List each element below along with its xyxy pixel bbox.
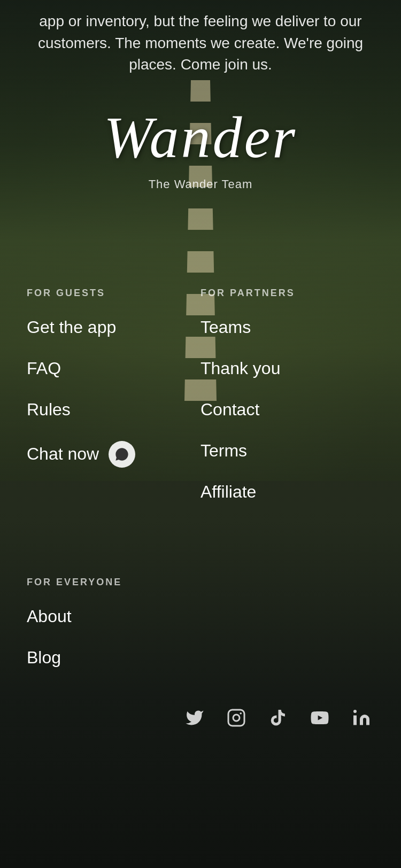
logo-subtitle: The Wander Team <box>149 177 253 191</box>
youtube-icon[interactable] <box>307 705 333 731</box>
tiktok-icon[interactable] <box>265 705 291 731</box>
svg-point-2 <box>240 712 242 715</box>
intro-text: app or inventory, but the feeling we del… <box>0 0 401 97</box>
rules-link[interactable]: Rules <box>27 400 200 420</box>
svg-point-1 <box>233 715 240 721</box>
svg-rect-0 <box>228 710 244 726</box>
svg-point-4 <box>353 710 357 713</box>
thank-you-link[interactable]: Thank you <box>200 359 374 378</box>
affiliate-link[interactable]: Affiliate <box>200 482 374 502</box>
about-link[interactable]: About <box>27 607 374 626</box>
teams-link[interactable]: Teams <box>200 317 374 337</box>
guests-column: FOR GUESTS Get the app FAQ Rules Chat no… <box>27 288 200 523</box>
partners-column: FOR PARTNERS Teams Thank you Contact Ter… <box>200 288 374 523</box>
everyone-section-title: FOR EVERYONE <box>27 577 374 588</box>
nav-sections: FOR GUESTS Get the app FAQ Rules Chat no… <box>0 277 401 555</box>
chat-bubble-icon <box>109 441 135 468</box>
twitter-icon[interactable] <box>182 705 207 731</box>
linkedin-icon[interactable] <box>349 705 374 731</box>
brand-logo[interactable]: Wander <box>104 108 297 167</box>
social-row <box>0 689 401 747</box>
guests-section-title: FOR GUESTS <box>27 288 200 299</box>
partners-section-title: FOR PARTNERS <box>200 288 374 299</box>
chat-now-label: Chat now <box>27 444 99 464</box>
faq-link[interactable]: FAQ <box>27 359 200 378</box>
everyone-section: FOR EVERYONE About Blog <box>0 555 401 668</box>
chat-now-link[interactable]: Chat now <box>27 441 200 468</box>
instagram-icon[interactable] <box>223 705 249 731</box>
logo-section: Wander The Wander Team <box>0 97 401 213</box>
blog-link[interactable]: Blog <box>27 648 374 668</box>
contact-link[interactable]: Contact <box>200 400 374 420</box>
terms-link[interactable]: Terms <box>200 441 374 461</box>
get-the-app-link[interactable]: Get the app <box>27 317 200 337</box>
